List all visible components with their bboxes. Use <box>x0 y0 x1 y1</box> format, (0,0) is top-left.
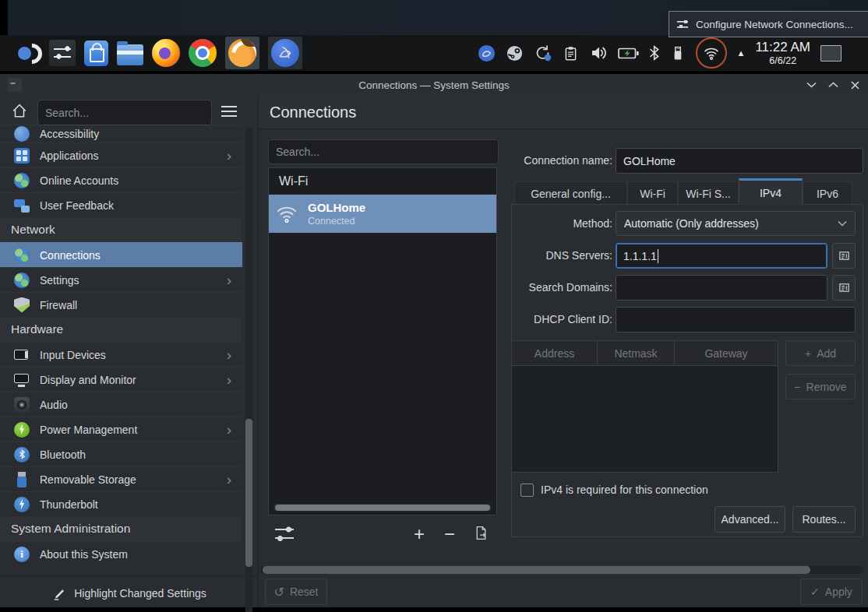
tab-ipv6[interactable]: IPv6 <box>803 181 852 205</box>
remove-address-button[interactable]: − Remove <box>785 374 856 399</box>
sidebar-item-label: Power Management <box>40 424 137 436</box>
sidebar-item-display-and-monitor[interactable]: Display and Monitor › <box>0 367 242 392</box>
sidebar-separator <box>258 96 259 607</box>
updates-tray-icon[interactable] <box>534 44 552 62</box>
apply-button[interactable]: ✓ Apply <box>800 579 863 605</box>
reset-button[interactable]: ↺ Reset <box>265 579 327 605</box>
chevron-right-icon: › <box>227 422 231 437</box>
sidebar-item-removable-storage[interactable]: Removable Storage › <box>0 466 242 491</box>
tab-ipv4[interactable]: IPv4 <box>739 178 803 205</box>
window-titlebar[interactable]: Connections — System Settings <box>0 74 868 96</box>
sidebar-scrollbar[interactable] <box>245 419 252 567</box>
active-task-tile[interactable] <box>225 37 259 69</box>
virtual-desktop-pager[interactable] <box>820 45 842 62</box>
main-hscrollbar[interactable] <box>263 566 810 574</box>
column-gateway[interactable]: Gateway <box>675 341 778 365</box>
chevron-right-icon: › <box>227 347 231 362</box>
sidebar-item-input-devices[interactable]: Input Devices › <box>0 342 242 367</box>
sidebar-section-network: Network <box>0 217 242 242</box>
text-cursor <box>658 249 659 263</box>
addresses-table-header: Address Netmask Gateway <box>511 340 778 366</box>
chrome-app-icon[interactable] <box>189 39 217 67</box>
sidebar-item-label: Audio <box>40 399 68 411</box>
volume-tray-icon[interactable] <box>589 44 608 62</box>
sidebar-item-connections[interactable]: Connections <box>0 242 242 267</box>
column-netmask[interactable]: Netmask <box>598 341 675 365</box>
sidebar-item-firewall[interactable]: Firewall <box>0 292 242 317</box>
remove-connection-button[interactable]: − <box>444 525 455 543</box>
sidebar-item-bluetooth[interactable]: Bluetooth <box>0 441 242 466</box>
file-manager-app-icon[interactable] <box>117 44 143 65</box>
sidebar-item-network-settings[interactable]: Settings › <box>0 267 242 292</box>
tray-expander-icon[interactable]: ▲ <box>737 48 746 58</box>
dns-servers-edit-list-button[interactable] <box>832 243 856 269</box>
close-button[interactable] <box>848 78 862 92</box>
kdeconnect-tray-icon[interactable] <box>478 44 496 62</box>
app-launcher-icon[interactable] <box>17 41 41 65</box>
configure-connections-icon[interactable] <box>274 526 295 542</box>
system-settings-app-icon[interactable] <box>49 40 76 66</box>
sidebar-search-input[interactable] <box>37 100 212 125</box>
hamburger-menu-icon[interactable] <box>221 106 237 117</box>
highlight-changed-settings-button[interactable]: Highlight Changed Settings <box>0 579 259 607</box>
list-hscrollbar[interactable] <box>275 505 490 511</box>
connection-item-golhome[interactable]: GOLHome Connected <box>269 195 496 233</box>
search-domains-field[interactable] <box>616 275 827 301</box>
sidebar-item-power-management[interactable]: Power Management › <box>0 417 242 441</box>
method-value: Automatic (Only addresses) <box>624 217 759 230</box>
sidebar-item-label: Thunderbolt <box>40 498 98 511</box>
discover-app-icon[interactable] <box>84 40 108 66</box>
ipv4-required-label: IPv4 is required for this connection <box>541 478 708 501</box>
sidebar-item-thunderbolt[interactable]: Thunderbolt <box>0 491 242 516</box>
running-task-tile[interactable] <box>268 37 302 69</box>
sidebar-item-label: User Feedback <box>40 199 114 212</box>
clipboard-tray-icon[interactable] <box>563 44 579 62</box>
tab-wifi-security[interactable]: Wi-Fi S... <box>678 181 739 205</box>
method-combobox[interactable]: Automatic (Only addresses) <box>616 211 856 236</box>
routes-button[interactable]: Routes... <box>792 506 856 533</box>
remove-button-label: Remove <box>806 381 847 393</box>
addresses-table-body[interactable] <box>511 366 778 473</box>
column-address[interactable]: Address <box>512 341 598 365</box>
advanced-button[interactable]: Advanced... <box>715 506 785 533</box>
highlighter-icon <box>52 586 67 601</box>
sidebar-item-label: Firewall <box>40 299 77 311</box>
connection-name-field[interactable]: GOLHome <box>616 148 863 174</box>
dns-servers-field[interactable]: 1.1.1.1 <box>616 243 827 269</box>
bluetooth-tray-icon[interactable] <box>649 44 660 62</box>
clock[interactable]: 11:22 AM 6/6/22 <box>755 40 810 66</box>
check-icon: ✓ <box>810 586 820 598</box>
removable-device-tray-icon[interactable] <box>670 44 686 62</box>
connections-search-input[interactable] <box>268 139 499 164</box>
ipv4-required-checkbox[interactable] <box>520 484 534 497</box>
steam-tray-icon[interactable] <box>506 44 524 62</box>
window-title: Connections — System Settings <box>0 79 868 91</box>
sidebar-item-user-feedback[interactable]: User Feedback <box>0 192 242 217</box>
about-system-icon <box>14 547 30 562</box>
sidebar-item-label: Display and Monitor <box>40 374 136 386</box>
connection-name: GOLHome <box>308 201 365 216</box>
tab-general-configuration[interactable]: General config... <box>514 181 627 205</box>
sidebar-item-accessibility[interactable]: Accessibility <box>0 125 242 142</box>
maximize-button[interactable] <box>826 78 840 92</box>
applications-icon <box>14 148 30 164</box>
network-tray-icon[interactable] <box>696 37 727 69</box>
minimize-button[interactable] <box>804 78 818 92</box>
add-address-button[interactable]: + Add <box>785 340 856 366</box>
dhcp-client-id-field[interactable] <box>616 307 856 332</box>
search-domains-edit-list-button[interactable] <box>832 275 856 301</box>
export-connection-button[interactable] <box>473 525 489 541</box>
add-connection-button[interactable]: + <box>414 525 425 543</box>
tab-wifi[interactable]: Wi-Fi <box>627 181 678 205</box>
accessibility-icon <box>14 126 30 142</box>
advanced-button-label: Advanced... <box>722 513 779 526</box>
sidebar-item-about-this-system[interactable]: About this System <box>0 541 242 566</box>
sidebar-item-audio[interactable]: Audio <box>0 392 242 417</box>
firefox-app-icon[interactable] <box>152 39 180 67</box>
sidebar-item-online-accounts[interactable]: Online Accounts <box>0 167 242 192</box>
battery-tray-icon[interactable] <box>618 47 639 59</box>
sidebar-item-applications[interactable]: Applications › <box>0 142 242 167</box>
network-settings-icon <box>14 273 30 288</box>
sidebar-item-label: Removable Storage <box>40 473 136 486</box>
home-button[interactable] <box>11 102 28 119</box>
